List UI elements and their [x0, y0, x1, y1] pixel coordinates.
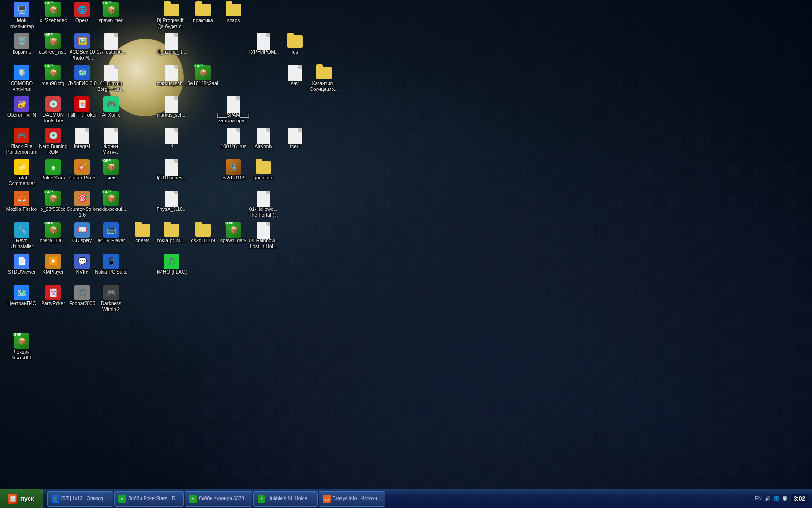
- app-icon-img: 🔐: [14, 97, 29, 112]
- icon-black-fire[interactable]: 🎮 Black Fire Pandemonium: [5, 128, 39, 155]
- app-icon-img: 📱: [103, 254, 119, 269]
- icon-lekcii[interactable]: 📦 GRP Лекции блять001: [5, 334, 39, 361]
- folder-icon-img: [164, 223, 179, 238]
- start-button[interactable]: 🪟 пуск: [0, 489, 44, 508]
- icon-praktika[interactable]: практика: [186, 2, 220, 24]
- icon-dj-progresiff[interactable]: Dj Progresiff - Да будет с...: [155, 2, 188, 30]
- folder-icon-img: [135, 223, 150, 238]
- icon-stduviewer[interactable]: 📄 STDUViewer: [5, 254, 39, 275]
- doc-shape: [104, 65, 118, 81]
- icon-airxonix[interactable]: 🎮 AirXonix: [94, 97, 128, 118]
- icon-grp-icon[interactable]: 📦 GRP 0e16128c2aaf: [186, 65, 220, 87]
- icon-label: lj1010series...: [157, 175, 187, 181]
- icon-label: Foobar2000: [69, 301, 95, 307]
- icon-label: AirXonix: [102, 112, 120, 118]
- icon-markus-sch2[interactable]: markus_sch...: [155, 97, 188, 118]
- icon-hellowe[interactable]: 01-Hellowe... The Portal (...: [246, 191, 280, 218]
- icon-physx[interactable]: PhysX_9.10...: [155, 191, 188, 212]
- icon-comodo[interactable]: 🛡️ COMODO Antivirus: [5, 65, 39, 92]
- icon-dj-azone[interactable]: dj_azone_ft...: [155, 34, 188, 55]
- icon-label: CDisplay: [72, 238, 92, 244]
- icon-kino[interactable]: 🎵 КИНО [FLAC]: [155, 254, 188, 275]
- icon-label: чек: [107, 175, 115, 181]
- app-icon-img: ▶️: [45, 254, 61, 269]
- app-icon-img: 🎯: [74, 191, 90, 207]
- icon-fceu2[interactable]: fceu: [278, 128, 312, 149]
- icon-cs2d-0109[interactable]: 🗜️ cs2d_0109: [217, 160, 250, 181]
- app-icon-box: 💿: [45, 96, 61, 112]
- icon-my-computer[interactable]: 🖥️ Мой компьютер: [5, 2, 39, 30]
- icon-rainbow[interactable]: 08-Rainbow - Lost In Hol...: [246, 223, 280, 250]
- tray-security[interactable]: 🛡️: [782, 496, 788, 501]
- icon-iptv[interactable]: 📺 IP-TV Player: [94, 223, 128, 244]
- icon-label: Nokia PC Suite: [95, 269, 128, 275]
- icon-rus128[interactable]: 100128_rus: [217, 128, 250, 149]
- icon-label: sav: [291, 81, 299, 87]
- taskbar-item-label: [5/5] 1x12 - Эпизод ...: [61, 496, 109, 501]
- doc-icon-img: [256, 223, 271, 238]
- taskbar-item-label: Лобби турнира 3378...: [199, 496, 248, 501]
- icon-label: Opera: [75, 18, 89, 24]
- icon-label: STDUViewer: [8, 269, 36, 275]
- icon-spam[interactable]: [___SPAM___] защита пра...: [217, 97, 250, 124]
- icon-label: KVIrc: [76, 269, 88, 275]
- taskbar-item-taskbar-2[interactable]: ♠️ Лобби PokerStars - П...: [114, 491, 184, 507]
- icon-label: PokerStars: [41, 175, 65, 181]
- icon-fonin[interactable]: Фонин Митя-...: [94, 128, 128, 155]
- icon-spawn-med[interactable]: 📦 GRP spawn-med: [94, 2, 128, 24]
- icon-chek[interactable]: 📦 GRP чек: [94, 160, 128, 181]
- grp-icon-img: 📦 GRP: [103, 2, 119, 18]
- icon-markus-sch1[interactable]: markus_sch...: [155, 65, 188, 87]
- app-icon-img: 💬: [74, 254, 90, 269]
- folder-shape: [316, 67, 332, 79]
- icon-revo[interactable]: 🔧 Revo Uninstaller: [5, 223, 39, 250]
- taskbar-item-taskbar-1[interactable]: 📺 [5/5] 1x12 - Эпизод ...: [47, 491, 113, 507]
- app-icon-box: 🎵: [164, 254, 179, 269]
- icon-nokia-sui2[interactable]: nokia-pc-sui...: [155, 223, 188, 244]
- grp-badge: GRP: [44, 1, 54, 5]
- grp-icon-img: 📦 GRP: [45, 65, 61, 81]
- icon-darkness[interactable]: 🎮 Darkness Within 2: [94, 285, 128, 313]
- icon-oberon[interactable]: 🔐 Oberon+VPN: [5, 97, 39, 118]
- grp-badge: GRP: [102, 1, 112, 5]
- icon-snaps[interactable]: snaps: [217, 2, 250, 24]
- icon-cs2d-0109b[interactable]: cs2d_0109: [186, 223, 220, 244]
- icon-lj-series[interactable]: lj1010series...: [155, 160, 188, 181]
- tray-network[interactable]: 🌐: [773, 496, 779, 501]
- doc-icon-img: [164, 128, 179, 144]
- icon-nokia-pc-sui[interactable]: 📦 GRP nokia-pc-sui...: [94, 191, 128, 212]
- app-icon-img: 🃏: [74, 97, 90, 112]
- taskbar-item-taskbar-4[interactable]: ♠️ Hubble's NL Holde-...: [253, 491, 317, 507]
- doc-icon-img: [226, 97, 241, 112]
- icon-centrangis[interactable]: 🗺️ ЦентранГИС: [5, 285, 39, 307]
- icon-fcs[interactable]: fcs: [278, 34, 312, 55]
- icon-airxonix2[interactable]: AirXonix: [246, 128, 280, 149]
- grp-badge: GRP: [225, 222, 234, 225]
- icon-turnir[interactable]: ТУРНИРОМ...: [246, 34, 280, 55]
- taskbar-item-taskbar-5[interactable]: 🦊 Crazys.Info - Источн...: [319, 491, 386, 507]
- icon-gameinfo[interactable]: gameinfo: [246, 160, 280, 181]
- icon-num4[interactable]: 4: [155, 128, 188, 149]
- icon-mozilla[interactable]: 🦊 Mozilla Firefox: [5, 191, 39, 212]
- icon-kazantin[interactable]: Казантип - Солнце,мо...: [307, 65, 341, 92]
- icon-label: PhysX_9.10...: [157, 207, 187, 212]
- app-icon-box: 🎮: [103, 96, 119, 112]
- icon-label: spawn-med: [99, 18, 124, 24]
- tray-volume[interactable]: 🔊: [765, 496, 770, 501]
- zip-icon-box: 🗜️: [226, 159, 241, 175]
- taskbar-item-taskbar-3[interactable]: ♠️ Лобби турнира 3378...: [185, 491, 253, 507]
- icon-label: cs2d_0109: [222, 175, 246, 181]
- icon-testame[interactable]: 07-Testame...: [94, 34, 128, 55]
- app-icon-box: 🎸: [74, 159, 90, 175]
- taskbar-item-icon: 📺: [52, 495, 59, 503]
- icon-nokia-suite[interactable]: 📱 Nokia PC Suite: [94, 254, 128, 275]
- icon-spawn-dark[interactable]: 📦 GRP spawn_dark: [217, 223, 250, 244]
- icon-label: ЦентранГИС: [7, 301, 36, 307]
- icon-recycle-bin[interactable]: 🗑️ Корзина: [5, 34, 39, 55]
- icon-total-commander[interactable]: 📁 Total Commander: [5, 160, 39, 187]
- doc-icon-img: [256, 34, 271, 49]
- folder-icon-img: [287, 34, 303, 49]
- app-icon-img: 📁: [14, 160, 29, 175]
- app-icon-box: 🃏: [45, 285, 61, 300]
- icon-dimmu[interactable]: 01-Dimmu Borgir--Gat...: [94, 65, 128, 92]
